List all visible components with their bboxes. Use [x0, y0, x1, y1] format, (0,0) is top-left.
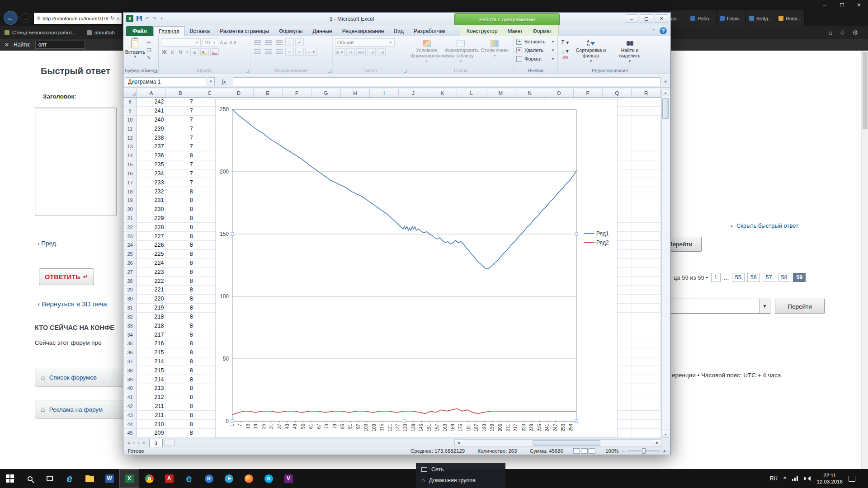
column-header[interactable]: P	[574, 89, 603, 97]
cell-B[interactable]: 8	[166, 348, 195, 357]
ribbon-tab[interactable]: Файл	[126, 26, 153, 36]
taskbar-search-icon[interactable]	[20, 469, 40, 488]
row-header[interactable]: 43	[123, 411, 137, 419]
refresh-icon[interactable]: ↻	[110, 15, 114, 21]
copy-icon[interactable]: ❐	[147, 47, 151, 53]
cell-B[interactable]: 8	[166, 330, 195, 339]
ribbon-tab[interactable]: Разработчик	[409, 26, 450, 36]
cell-B[interactable]: 8	[166, 196, 195, 205]
select-all-corner[interactable]	[123, 89, 137, 97]
cell-B[interactable]: 7	[166, 178, 195, 187]
row-header[interactable]: 15	[123, 160, 137, 169]
cells-button[interactable]: ×Удалить▼	[515, 46, 556, 54]
zoom-in-icon[interactable]: +	[663, 448, 666, 454]
hide-quick-reply-link[interactable]: ▲ Скрыть быстрый ответ	[730, 222, 798, 229]
autosum-icon[interactable]: Σ ▾	[561, 39, 569, 46]
row-header[interactable]: 38	[123, 366, 137, 375]
network-icon[interactable]	[792, 476, 798, 481]
scroll-down-icon[interactable]: ▼	[662, 431, 669, 438]
taskbar-skype-icon[interactable]: S	[259, 469, 278, 488]
cut-icon[interactable]: ✂	[147, 40, 151, 46]
volume-icon[interactable]	[804, 476, 811, 481]
cell-B[interactable]: 8	[166, 375, 195, 384]
cell-B[interactable]: 7	[166, 160, 195, 169]
tray-expand-icon[interactable]: ^	[783, 476, 786, 481]
column-header[interactable]: G	[311, 89, 340, 97]
zoom-level[interactable]: 100%	[605, 448, 618, 454]
taskbar-r-studio-icon[interactable]: R	[199, 469, 219, 488]
return-to-forum-link[interactable]: ‹ Вернуться в 3D печа	[38, 300, 107, 308]
cell-A[interactable]: 240	[137, 116, 166, 124]
cell-A[interactable]: 235	[137, 160, 166, 169]
cell-A[interactable]: 223	[137, 267, 166, 276]
ribbon-tab[interactable]: Главная	[153, 26, 185, 36]
cell-A[interactable]: 218	[137, 313, 166, 321]
column-header[interactable]: D	[224, 89, 253, 97]
orientation-icon[interactable]: ⟋	[285, 38, 294, 46]
row-header[interactable]: 34	[123, 330, 137, 339]
row-header[interactable]: 44	[123, 420, 137, 428]
row-header[interactable]: 10	[123, 116, 137, 124]
column-header[interactable]: I	[370, 89, 399, 97]
scroll-up-icon[interactable]: ▲	[662, 89, 669, 96]
row-header[interactable]: 22	[123, 223, 137, 231]
column-header[interactable]: K	[428, 89, 457, 97]
browser-minimize-button[interactable]: –	[818, 1, 831, 9]
cell-B[interactable]: 8	[166, 187, 195, 196]
name-box-dropdown-icon[interactable]: ▼	[208, 77, 215, 86]
save-icon[interactable]	[137, 16, 142, 21]
comma-style-icon[interactable]: 000	[356, 48, 366, 56]
row-header[interactable]: 20	[123, 205, 137, 214]
language-indicator[interactable]: RU	[770, 475, 778, 482]
merge-center-icon[interactable]: ⇔ ▼	[305, 48, 317, 56]
excel-titlebar[interactable]: X ↶ ↷ ▼ 3 - Microsoft Excel Работа с диа…	[123, 13, 670, 25]
taskbar-excel-icon[interactable]: X	[119, 469, 139, 488]
qat-dropdown-icon[interactable]: ▼	[160, 17, 163, 21]
zoom-slider[interactable]	[628, 450, 660, 451]
next-sheet-icon[interactable]: ›	[138, 440, 139, 445]
dialog-launcher-icon[interactable]	[404, 70, 407, 73]
horizontal-scrollbar[interactable]: ◀ ▶	[454, 439, 661, 446]
cell-A[interactable]: 215	[137, 366, 166, 375]
cell-A[interactable]: 211	[137, 402, 166, 411]
action-center-icon[interactable]	[849, 476, 855, 482]
format-painter-icon[interactable]: ✎	[147, 55, 151, 61]
row-header[interactable]: 42	[123, 402, 137, 411]
forward-button[interactable]: →	[20, 13, 30, 23]
cell-A[interactable]: 219	[137, 304, 166, 312]
chart[interactable]: 0501001502002501713192531374349556167737…	[215, 99, 618, 437]
cell-A[interactable]: 215	[137, 348, 166, 357]
column-header[interactable]: R	[632, 89, 660, 97]
cell-A[interactable]: 221	[137, 286, 166, 294]
quick-reply-textarea[interactable]	[35, 108, 117, 216]
cell-A[interactable]: 222	[137, 277, 166, 285]
taskbar-edge-icon[interactable]: e	[179, 469, 199, 488]
bold-button[interactable]: Ж	[161, 49, 168, 56]
row-header[interactable]: 16	[123, 169, 137, 178]
go-button-bottom[interactable]: Перейти	[775, 299, 825, 314]
cell-B[interactable]: 7	[166, 169, 195, 178]
taskbar-task-view-icon[interactable]	[40, 469, 60, 488]
cell-A[interactable]: 236	[137, 151, 166, 160]
clear-icon[interactable]	[562, 56, 568, 59]
excel-minimize-button[interactable]: –	[625, 14, 638, 23]
accounting-format-icon[interactable]: $ ▼	[335, 48, 345, 56]
borders-icon[interactable]: ⊞	[190, 48, 199, 56]
row-header[interactable]: 29	[123, 286, 137, 294]
row-header[interactable]: 41	[123, 393, 137, 402]
cell-B[interactable]: 8	[166, 384, 195, 393]
cell-B[interactable]: 8	[166, 286, 195, 294]
paste-button[interactable]: Вставить ▼	[125, 38, 146, 67]
cell-B[interactable]: 8	[166, 339, 195, 348]
cell-B[interactable]: 8	[166, 241, 195, 249]
row-header[interactable]: 13	[123, 142, 137, 151]
page-link[interactable]: 56	[747, 273, 760, 282]
align-top-icon[interactable]	[254, 40, 261, 45]
row-header[interactable]: 19	[123, 196, 137, 205]
underline-button[interactable]: Ч	[177, 49, 184, 56]
browser-tab[interactable]: Войд...	[746, 10, 775, 26]
row-header[interactable]: 33	[123, 321, 137, 330]
cell-A[interactable]: 226	[137, 241, 166, 249]
align-left-icon[interactable]	[254, 49, 261, 54]
cell-A[interactable]: 216	[137, 339, 166, 348]
